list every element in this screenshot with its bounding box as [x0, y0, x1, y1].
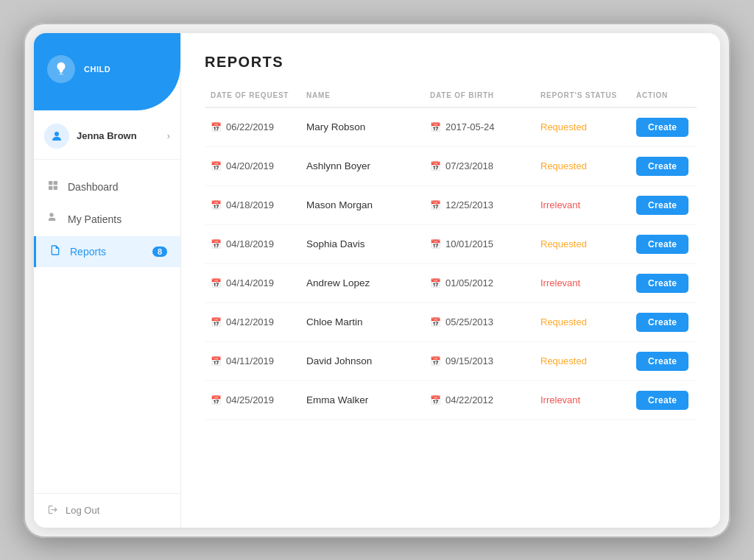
cell-dob-0: 📅 2017-05-24	[424, 107, 535, 147]
reports-table: DATE OF REQUEST NAME DATE OF BIRTH REPOR…	[205, 84, 697, 420]
logo-icon	[47, 55, 75, 83]
create-button-7[interactable]: Create	[636, 391, 688, 410]
cell-status-6: Requested	[535, 341, 630, 380]
create-button-4[interactable]: Create	[636, 274, 688, 293]
date-request-value: 04/11/2019	[226, 355, 274, 366]
logout-label: Log Out	[66, 505, 99, 516]
col-header-date-of-request: DATE OF REQUEST	[205, 84, 300, 107]
cell-action-7: Create	[630, 380, 697, 419]
logout-button[interactable]: Log Out	[34, 493, 180, 528]
col-header-date-of-birth: DATE OF BIRTH	[424, 84, 535, 107]
cell-date-request-0: 📅 06/22/2019	[205, 107, 300, 147]
cell-status-2: Irrelevant	[535, 185, 630, 224]
sidebar-logo: CHILD	[34, 33, 180, 110]
cell-status-0: Requested	[535, 107, 630, 147]
cell-date-request-7: 📅 04/25/2019	[205, 380, 300, 419]
status-badge: Irrelevant	[540, 199, 580, 210]
calendar-icon: 📅	[211, 122, 222, 132]
table-row: 📅 04/18/2019 Mason Morgan 📅 12/25/2013 I…	[205, 185, 697, 224]
avatar	[44, 124, 69, 149]
status-badge: Irrelevant	[540, 394, 580, 405]
cell-dob-7: 📅 04/22/2012	[424, 380, 535, 419]
cell-action-0: Create	[630, 107, 697, 147]
status-badge: Requested	[540, 355, 587, 366]
cell-dob-2: 📅 12/25/2013	[424, 185, 535, 224]
svg-rect-2	[54, 181, 57, 185]
date-request-value: 04/18/2019	[226, 238, 274, 249]
calendar-icon: 📅	[211, 356, 222, 366]
logout-icon	[47, 504, 58, 517]
calendar-dob-icon: 📅	[430, 200, 441, 210]
calendar-dob-icon: 📅	[430, 278, 441, 288]
create-button-0[interactable]: Create	[636, 118, 688, 137]
table-row: 📅 04/20/2019 Ashlynn Boyer 📅 07/23/2018 …	[205, 146, 697, 185]
page-title: REPORTS	[205, 54, 697, 71]
cell-action-3: Create	[630, 224, 697, 263]
dob-value: 2017-05-24	[445, 121, 495, 132]
cell-name-4: Andrew Lopez	[300, 263, 424, 302]
dashboard-icon	[47, 180, 59, 194]
sidebar: CHILD Jenna Brown ›	[34, 33, 181, 528]
table-row: 📅 04/14/2019 Andrew Lopez 📅 01/05/2012 I…	[205, 263, 697, 302]
date-request-value: 04/25/2019	[226, 394, 274, 405]
chevron-right-icon: ›	[167, 130, 170, 141]
status-badge: Requested	[540, 316, 587, 327]
app-title: CHILD	[84, 64, 110, 75]
date-request-value: 06/22/2019	[226, 121, 274, 132]
sidebar-user[interactable]: Jenna Brown ›	[34, 110, 180, 160]
status-badge: Requested	[540, 160, 587, 171]
sidebar-item-reports[interactable]: Reports 8	[34, 236, 180, 267]
page-header: REPORTS	[181, 33, 720, 84]
dob-value: 05/25/2013	[445, 316, 493, 327]
cell-name-5: Chloe Martin	[300, 302, 424, 341]
calendar-icon: 📅	[211, 395, 222, 405]
date-request-value: 04/14/2019	[226, 277, 274, 288]
cell-action-5: Create	[630, 302, 697, 341]
calendar-dob-icon: 📅	[430, 122, 441, 132]
create-button-6[interactable]: Create	[636, 352, 688, 371]
cell-dob-4: 📅 01/05/2012	[424, 263, 535, 302]
create-button-1[interactable]: Create	[636, 157, 688, 176]
calendar-dob-icon: 📅	[430, 395, 441, 405]
table-row: 📅 04/11/2019 David Johnson 📅 09/15/2013 …	[205, 341, 697, 380]
table-row: 📅 04/18/2019 Sophia Davis 📅 10/01/2015 R…	[205, 224, 697, 263]
cell-action-1: Create	[630, 146, 697, 185]
calendar-icon: 📅	[211, 278, 222, 288]
cell-date-request-5: 📅 04/12/2019	[205, 302, 300, 341]
create-button-3[interactable]: Create	[636, 235, 688, 254]
sidebar-item-patients-label: My Patients	[68, 213, 121, 225]
cell-date-request-3: 📅 04/18/2019	[205, 224, 300, 263]
date-request-value: 04/18/2019	[226, 199, 274, 210]
app-container: CHILD Jenna Brown ›	[34, 33, 720, 528]
cell-name-3: Sophia Davis	[300, 224, 424, 263]
sidebar-nav: Dashboard My Patients	[34, 160, 180, 493]
calendar-dob-icon: 📅	[430, 239, 441, 249]
status-badge: Irrelevant	[540, 277, 580, 288]
calendar-icon: 📅	[211, 200, 222, 210]
table-header-row: DATE OF REQUEST NAME DATE OF BIRTH REPOR…	[205, 84, 697, 107]
calendar-icon: 📅	[211, 161, 222, 171]
reports-icon	[49, 244, 61, 259]
sidebar-item-dashboard[interactable]: Dashboard	[34, 171, 180, 202]
create-button-5[interactable]: Create	[636, 313, 688, 332]
dob-value: 04/22/2012	[445, 394, 493, 405]
cell-status-4: Irrelevant	[535, 263, 630, 302]
cell-action-2: Create	[630, 185, 697, 224]
dob-value: 09/15/2013	[445, 355, 493, 366]
status-badge: Requested	[540, 238, 587, 249]
create-button-2[interactable]: Create	[636, 196, 688, 215]
svg-point-0	[54, 132, 59, 136]
table-body: 📅 06/22/2019 Mary Robson 📅 2017-05-24 Re…	[205, 107, 697, 420]
cell-status-1: Requested	[535, 146, 630, 185]
cell-action-4: Create	[630, 263, 697, 302]
col-header-report-status: REPORT'S STATUS	[535, 84, 630, 107]
calendar-icon: 📅	[211, 317, 222, 327]
patients-icon	[47, 212, 59, 227]
table-container: DATE OF REQUEST NAME DATE OF BIRTH REPOR…	[181, 84, 720, 528]
cell-status-7: Irrelevant	[535, 380, 630, 419]
date-request-value: 04/20/2019	[226, 160, 274, 171]
sidebar-item-patients[interactable]: My Patients	[34, 204, 180, 235]
cell-date-request-1: 📅 04/20/2019	[205, 146, 300, 185]
dob-value: 12/25/2013	[445, 199, 493, 210]
cell-date-request-4: 📅 04/14/2019	[205, 263, 300, 302]
